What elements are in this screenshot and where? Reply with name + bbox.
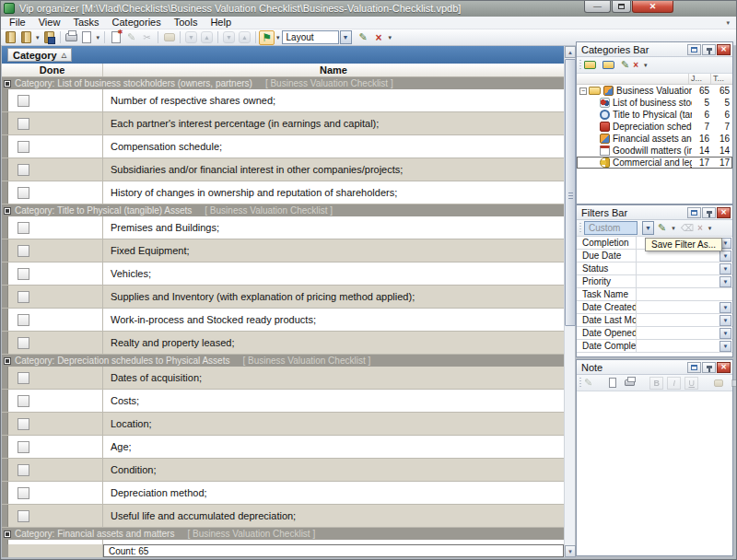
- expand-all-button[interactable]: ▼: [221, 30, 237, 45]
- task-row[interactable]: Premises and Buildings;: [2, 216, 564, 239]
- task-row[interactable]: Vehicles;: [2, 262, 564, 286]
- task-row[interactable]: Depreciation method;: [2, 482, 564, 505]
- done-checkbox[interactable]: [18, 141, 29, 153]
- done-checkbox[interactable]: [18, 372, 29, 384]
- filter-dropdown-icon[interactable]: ▼: [719, 341, 731, 352]
- task-row[interactable]: Each partner's interest percentage (in e…: [2, 112, 564, 135]
- group-header[interactable]: Category: Depreciation schedules to Phys…: [2, 355, 564, 367]
- new-note-button[interactable]: [605, 377, 619, 390]
- menu-tasks[interactable]: Tasks: [66, 17, 105, 29]
- note-editor[interactable]: [577, 391, 732, 552]
- filter-value[interactable]: [637, 288, 732, 300]
- toolbar-overflow-icon[interactable]: ▾: [387, 34, 394, 41]
- filters-toolbar-overflow-icon[interactable]: ▾: [707, 225, 714, 232]
- done-checkbox[interactable]: [18, 314, 29, 326]
- new-task-button[interactable]: [108, 30, 123, 45]
- filter-dropdown-icon[interactable]: ▼: [719, 302, 731, 313]
- done-checkbox[interactable]: [18, 464, 29, 476]
- save-filter-dropdown-icon[interactable]: ▾: [670, 225, 677, 232]
- task-row[interactable]: Subsidiaries and/or financial interest i…: [2, 158, 564, 181]
- task-row[interactable]: Number of respective shares owned;: [2, 89, 564, 112]
- filter-dropdown-icon[interactable]: ▼: [719, 276, 731, 287]
- task-row[interactable]: Supplies and Inventory (with explanation…: [2, 286, 564, 309]
- close-panel-button[interactable]: ✕: [717, 207, 731, 218]
- filter-value[interactable]: [637, 262, 719, 274]
- delete-category-button[interactable]: ×: [633, 60, 638, 70]
- new-category-button[interactable]: [584, 61, 596, 69]
- collapse-icon[interactable]: −: [579, 88, 587, 95]
- done-checkbox[interactable]: [18, 441, 29, 453]
- clear-filter-button[interactable]: ⌫: [681, 223, 694, 233]
- collapse-icon[interactable]: [4, 531, 11, 538]
- menu-tools[interactable]: Tools: [168, 17, 205, 29]
- italic-button[interactable]: I: [667, 377, 681, 390]
- scrollbar-thumb[interactable]: [565, 59, 576, 326]
- collapse-all-button[interactable]: ▲: [237, 30, 252, 45]
- group-header[interactable]: Category: Title to Physical (tangible) A…: [2, 204, 564, 216]
- menu-help[interactable]: Help: [204, 17, 238, 29]
- task-row[interactable]: Realty and property leased;: [2, 332, 564, 355]
- underline-button[interactable]: U: [684, 377, 698, 390]
- categories-toolbar-overflow-icon[interactable]: ▾: [642, 62, 649, 69]
- vertical-scrollbar[interactable]: ▲ ▼: [564, 46, 575, 557]
- done-checkbox[interactable]: [18, 164, 29, 176]
- pin-panel-button[interactable]: [702, 362, 716, 373]
- layout-combobox-dropdown-icon[interactable]: ▼: [340, 30, 352, 44]
- collapse-icon[interactable]: [4, 207, 11, 215]
- category-tree-item[interactable]: Title to Physical (tangible) Assets66: [577, 109, 732, 121]
- category-tree-item[interactable]: Goodwill matters (intangible assets)1414: [577, 145, 732, 157]
- menu-file[interactable]: File: [3, 17, 32, 29]
- filter-value[interactable]: [637, 340, 719, 352]
- scroll-down-icon[interactable]: ▼: [565, 545, 576, 557]
- save-note-button[interactable]: ✎: [584, 377, 592, 389]
- menu-view[interactable]: View: [32, 17, 67, 29]
- group-by-chip[interactable]: Category △: [7, 48, 72, 62]
- close-panel-button[interactable]: ✕: [717, 362, 731, 373]
- filter-value[interactable]: [637, 301, 719, 313]
- task-row[interactable]: Work-in-process and Stocked ready produc…: [2, 309, 564, 332]
- task-row[interactable]: Location;: [2, 413, 564, 436]
- layout-toggle-button[interactable]: ⚑: [259, 30, 275, 45]
- filter-dropdown-icon[interactable]: ▼: [719, 328, 731, 339]
- float-panel-button[interactable]: [687, 44, 701, 55]
- scroll-up-icon[interactable]: ▲: [565, 46, 576, 58]
- new-notebook-button[interactable]: [3, 30, 18, 45]
- task-row[interactable]: Condition;: [2, 459, 564, 482]
- done-column-header[interactable]: Done: [2, 64, 103, 76]
- category-tree-item[interactable]: Depreciation schedules to Physical Asset…: [577, 121, 732, 133]
- done-checkbox[interactable]: [18, 395, 29, 407]
- name-column-header[interactable]: Name: [103, 64, 564, 76]
- category-tree-item[interactable]: Financial assets and matters1616: [577, 133, 732, 145]
- print-note-button[interactable]: [623, 377, 637, 390]
- open-notebook-button[interactable]: [18, 30, 34, 45]
- bold-button[interactable]: B: [649, 377, 663, 390]
- done-checkbox[interactable]: [18, 418, 29, 430]
- pin-panel-button[interactable]: [702, 44, 716, 55]
- layout-combobox[interactable]: Layout: [282, 30, 339, 44]
- group-header[interactable]: Category: List of business stockholders …: [2, 77, 564, 89]
- filter-dropdown-icon[interactable]: ▼: [719, 263, 731, 274]
- done-checkbox[interactable]: [18, 245, 29, 257]
- task-row[interactable]: Useful life and accumulated depreciation…: [2, 505, 564, 528]
- filter-preset-combobox[interactable]: Custom: [584, 221, 638, 235]
- edit-category-button[interactable]: ✎: [621, 59, 629, 71]
- done-checkbox[interactable]: [18, 187, 29, 199]
- print-button[interactable]: [64, 30, 79, 45]
- save-notebook-button[interactable]: [41, 30, 57, 45]
- task-row[interactable]: Fixed Equipment;: [2, 239, 564, 262]
- collapse-icon[interactable]: [4, 80, 11, 88]
- open-notebook-dropdown-icon[interactable]: ▾: [34, 34, 41, 41]
- delete-filter-button[interactable]: ×: [697, 223, 703, 233]
- tree-count-column-1[interactable]: J...: [688, 74, 710, 84]
- hide-completed-button[interactable]: [161, 30, 177, 45]
- float-panel-button[interactable]: [687, 207, 701, 218]
- filter-value[interactable]: [637, 327, 719, 339]
- float-panel-button[interactable]: [687, 362, 701, 373]
- task-row[interactable]: Age;: [2, 436, 564, 459]
- done-checkbox[interactable]: [18, 95, 29, 107]
- done-checkbox[interactable]: [18, 337, 29, 349]
- done-checkbox[interactable]: [18, 510, 29, 522]
- done-checkbox[interactable]: [18, 222, 29, 234]
- close-panel-button[interactable]: ✕: [717, 44, 731, 55]
- print-preview-button[interactable]: [79, 30, 95, 45]
